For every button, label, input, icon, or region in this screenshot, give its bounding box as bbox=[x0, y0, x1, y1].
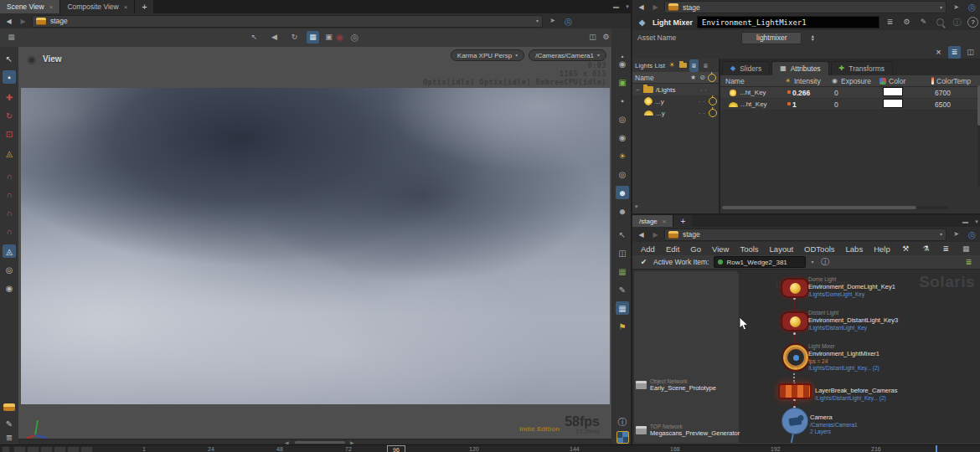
close-icon[interactable]: × bbox=[663, 218, 667, 225]
dolly-tool-icon[interactable]: ↻ bbox=[288, 31, 301, 44]
cell-intensity[interactable]: 0.266 bbox=[787, 89, 834, 97]
node-name-label[interactable]: Camera bbox=[810, 413, 833, 421]
gear-icon[interactable]: ⚙ bbox=[600, 31, 612, 44]
stage-lop-icon[interactable] bbox=[3, 403, 15, 411]
snapshot-gallery-icon[interactable]: ▦ bbox=[616, 301, 629, 315]
headlight-icon[interactable]: ◎ bbox=[616, 112, 629, 126]
play-controls-button[interactable] bbox=[13, 446, 26, 452]
col-name[interactable]: Name bbox=[720, 77, 784, 85]
tab-stage-network[interactable]: /stage × bbox=[632, 215, 673, 227]
stepper-icon[interactable]: ▴▾ bbox=[808, 32, 817, 44]
view-mode-icon[interactable]: ◬ bbox=[3, 244, 16, 258]
view-state-icon[interactable]: ◉ bbox=[25, 53, 38, 65]
play-controls-button[interactable] bbox=[27, 446, 39, 452]
node-name-label[interactable]: Environment_DomeLight_Key1 bbox=[808, 283, 895, 290]
new-tab-button[interactable]: + bbox=[673, 215, 692, 227]
play-controls-button[interactable] bbox=[40, 446, 53, 452]
color-swatch[interactable] bbox=[883, 87, 903, 96]
current-frame-box[interactable]: 96 bbox=[387, 445, 405, 452]
ipr-dot-icon[interactable]: ◎ bbox=[348, 31, 361, 44]
radial-menu-icon[interactable]: ◎ bbox=[966, 229, 978, 241]
close-icon[interactable]: × bbox=[124, 3, 128, 11]
pin-icon[interactable]: ➤ bbox=[950, 229, 962, 241]
viewer-path-field[interactable]: stage ▾ bbox=[32, 15, 543, 28]
wrench-icon[interactable]: ⚒ bbox=[900, 243, 912, 255]
tree-row-lights[interactable]: − /Lights · · bbox=[632, 84, 719, 95]
grab-tool-icon[interactable]: ✎ bbox=[3, 417, 16, 430]
info-icon[interactable]: ⓘ bbox=[951, 16, 963, 28]
tab-scene-view[interactable]: Scene View × bbox=[0, 0, 60, 13]
menu-go[interactable]: Go bbox=[689, 244, 703, 254]
menu-odtools[interactable]: ODTools bbox=[802, 244, 836, 254]
pin-icon[interactable]: ➤ bbox=[546, 15, 559, 28]
cell-colortemp[interactable]: 6700 bbox=[935, 89, 980, 97]
cell-intensity[interactable]: 1 bbox=[787, 100, 834, 109]
visibility-icon[interactable]: ◉ bbox=[616, 57, 629, 70]
help-icon[interactable]: ? bbox=[967, 17, 978, 28]
network-backdrop-box[interactable] bbox=[634, 271, 739, 443]
node-top-network[interactable]: TOP Network Megascans_Preview_Generator bbox=[636, 424, 740, 437]
chevron-down-icon[interactable]: ▾ bbox=[940, 232, 942, 237]
menu-edit[interactable]: Edit bbox=[664, 244, 681, 254]
menu-labs[interactable]: Labs bbox=[844, 244, 865, 254]
background-image-icon[interactable]: ▦ bbox=[616, 265, 629, 278]
pan-tool-icon[interactable]: ◀ bbox=[268, 31, 281, 44]
playhead[interactable] bbox=[936, 445, 937, 452]
play-controls-button[interactable] bbox=[54, 446, 66, 452]
view-frame-icon[interactable]: ◫ bbox=[616, 246, 629, 259]
brush-icon[interactable]: ✎ bbox=[616, 283, 629, 296]
layout-split-icon[interactable]: ◫ bbox=[964, 46, 977, 59]
new-tab-button[interactable]: + bbox=[135, 0, 153, 13]
chevron-down-icon[interactable]: ▾ bbox=[811, 259, 813, 265]
info-icon[interactable]: ⓘ bbox=[818, 256, 831, 269]
scale-tool-icon[interactable]: ⊡ bbox=[3, 127, 16, 141]
grid-snapshot-button[interactable] bbox=[616, 431, 629, 444]
network-path-field[interactable]: stage ▾ bbox=[664, 229, 946, 241]
cell-exposure[interactable]: 0 bbox=[834, 100, 883, 109]
tool-drawer-icon[interactable]: ▦ bbox=[5, 31, 18, 44]
power-column-icon[interactable] bbox=[707, 71, 716, 84]
pane-menu-icon[interactable]: ▬ bbox=[610, 0, 622, 13]
tab-composite-view[interactable]: Composite View × bbox=[60, 0, 135, 13]
display-options-icon[interactable]: ◫ bbox=[586, 31, 599, 44]
link-off-icon[interactable]: ≣ bbox=[701, 59, 710, 72]
tab-sliders[interactable]: ◆ Sliders bbox=[722, 61, 770, 75]
cursor-options-icon[interactable]: ↖ bbox=[616, 228, 629, 241]
transform-tool-icon[interactable]: ◬ bbox=[3, 146, 16, 160]
radial-menu-icon[interactable]: ◎ bbox=[562, 15, 575, 28]
secure-selection-icon[interactable]: ▪ bbox=[3, 70, 16, 84]
node-camera[interactable] bbox=[782, 408, 807, 434]
node-layer-break[interactable] bbox=[780, 385, 810, 398]
render-region-icon[interactable]: ◎ bbox=[3, 263, 16, 276]
tab-transforms[interactable]: ✚ Transforms bbox=[831, 61, 893, 75]
snap-point-icon[interactable]: ∩ bbox=[3, 187, 16, 201]
rotate-tool-icon[interactable]: ↻ bbox=[3, 109, 16, 122]
list-icon[interactable]: ≣ bbox=[940, 243, 952, 255]
camera-selector[interactable]: /Cameras/Camera1 ▾ bbox=[529, 49, 606, 61]
playbar[interactable]: 1 24 48 72 96 120 144 168 192 216 bbox=[0, 444, 980, 452]
layout-list-icon[interactable]: ≣ bbox=[948, 46, 961, 59]
close-icon[interactable]: × bbox=[49, 3, 54, 11]
tree-row-distant-light[interactable]: ...y · · bbox=[632, 95, 719, 107]
grid-view-icon[interactable]: ▦ bbox=[960, 243, 972, 255]
forward-arrow-icon[interactable]: ▶ bbox=[18, 18, 28, 25]
table-row[interactable]: ...ht_Key 0.266 0 6700 bbox=[720, 87, 980, 99]
node-object-network[interactable]: Object Network Early_Scene_Prototype bbox=[636, 378, 716, 392]
flask-icon[interactable]: ⚗ bbox=[920, 243, 932, 255]
playbar-menu-button[interactable] bbox=[2, 446, 10, 452]
menu-tools[interactable]: Tools bbox=[738, 244, 760, 254]
filter-icon[interactable]: ▾ bbox=[635, 203, 638, 210]
forward-arrow-icon[interactable]: ▶ bbox=[650, 231, 661, 239]
col-colortemp[interactable]: ColorTemp bbox=[936, 77, 971, 85]
radial-menu-icon[interactable]: ◎ bbox=[966, 1, 978, 13]
select-tool-icon[interactable]: ↖ bbox=[3, 52, 16, 65]
snap-prim-icon[interactable]: ∩ bbox=[3, 224, 16, 238]
work-item-dropdown[interactable]: Row1_Wedge2_381 bbox=[714, 256, 806, 268]
play-controls-button[interactable] bbox=[67, 446, 80, 452]
pane-caret-icon[interactable]: ▾ bbox=[972, 215, 980, 228]
character-options-icon[interactable]: ☻ bbox=[616, 204, 629, 218]
renderer-selector[interactable]: Karma XPU Persp ▾ bbox=[451, 49, 524, 61]
collapse-icon[interactable]: − bbox=[634, 84, 641, 96]
character-display-icon[interactable]: ☻ bbox=[616, 186, 629, 199]
snap-magnet-icon[interactable]: ∩ bbox=[3, 169, 16, 182]
